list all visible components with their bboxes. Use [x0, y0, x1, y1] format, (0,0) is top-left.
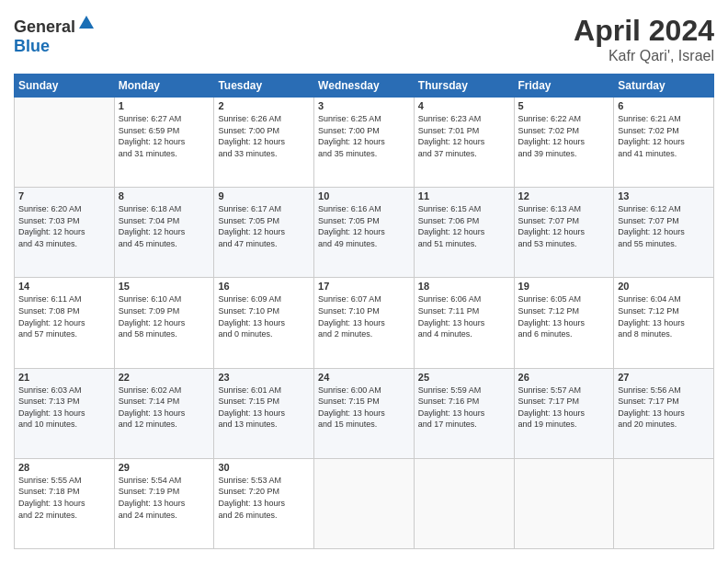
day-info: Sunrise: 6:09 AM Sunset: 7:10 PM Dayligh…: [218, 293, 310, 339]
page-header: General Blue April 2024 Kafr Qari', Isra…: [14, 14, 714, 64]
calendar-day-cell: 8Sunrise: 6:18 AM Sunset: 7:04 PM Daylig…: [114, 188, 214, 278]
day-info: Sunrise: 5:57 AM Sunset: 7:17 PM Dayligh…: [518, 385, 610, 431]
day-number: 27: [618, 372, 710, 383]
calendar-day-cell: 21Sunrise: 6:03 AM Sunset: 7:13 PM Dayli…: [15, 368, 115, 458]
calendar-day-cell: 15Sunrise: 6:10 AM Sunset: 7:09 PM Dayli…: [114, 278, 214, 368]
weekday-header-cell: Thursday: [414, 75, 514, 98]
calendar-day-cell: 23Sunrise: 6:01 AM Sunset: 7:15 PM Dayli…: [214, 368, 314, 458]
location-title: Kafr Qari', Israel: [574, 48, 714, 64]
day-info: Sunrise: 6:25 AM Sunset: 7:00 PM Dayligh…: [318, 113, 410, 159]
weekday-header-row: SundayMondayTuesdayWednesdayThursdayFrid…: [15, 75, 714, 98]
day-info: Sunrise: 6:23 AM Sunset: 7:01 PM Dayligh…: [418, 113, 510, 159]
calendar-day-cell: 14Sunrise: 6:11 AM Sunset: 7:08 PM Dayli…: [15, 278, 115, 368]
day-info: Sunrise: 6:10 AM Sunset: 7:09 PM Dayligh…: [119, 293, 210, 339]
day-info: Sunrise: 6:04 AM Sunset: 7:12 PM Dayligh…: [618, 293, 710, 339]
day-number: 23: [218, 372, 310, 383]
day-info: Sunrise: 6:13 AM Sunset: 7:07 PM Dayligh…: [518, 203, 610, 249]
day-number: 16: [218, 281, 310, 292]
day-info: Sunrise: 6:16 AM Sunset: 7:05 PM Dayligh…: [318, 203, 410, 249]
weekday-header-cell: Wednesday: [314, 75, 415, 98]
day-number: 9: [218, 190, 310, 201]
day-info: Sunrise: 6:01 AM Sunset: 7:15 PM Dayligh…: [218, 385, 310, 431]
calendar-day-cell: 9Sunrise: 6:17 AM Sunset: 7:05 PM Daylig…: [214, 188, 314, 278]
day-number: 3: [318, 100, 410, 111]
day-info: Sunrise: 6:26 AM Sunset: 7:00 PM Dayligh…: [218, 113, 310, 159]
calendar-day-cell: 18Sunrise: 6:06 AM Sunset: 7:11 PM Dayli…: [414, 278, 514, 368]
day-info: Sunrise: 6:02 AM Sunset: 7:14 PM Dayligh…: [119, 385, 210, 431]
weekday-header-cell: Tuesday: [214, 75, 314, 98]
calendar-week-row: 28Sunrise: 5:55 AM Sunset: 7:18 PM Dayli…: [15, 458, 714, 548]
calendar-day-cell: 3Sunrise: 6:25 AM Sunset: 7:00 PM Daylig…: [314, 98, 415, 188]
day-number: 19: [518, 281, 610, 292]
day-number: 20: [618, 281, 710, 292]
day-info: Sunrise: 6:15 AM Sunset: 7:06 PM Dayligh…: [418, 203, 510, 249]
calendar-day-cell: [614, 458, 714, 548]
day-number: 28: [18, 462, 110, 473]
day-number: 26: [518, 372, 610, 383]
calendar-week-row: 1Sunrise: 6:27 AM Sunset: 6:59 PM Daylig…: [15, 98, 714, 188]
calendar-day-cell: [414, 458, 514, 548]
day-number: 6: [618, 100, 710, 111]
day-number: 22: [119, 372, 210, 383]
day-info: Sunrise: 6:22 AM Sunset: 7:02 PM Dayligh…: [518, 113, 610, 159]
calendar-week-row: 21Sunrise: 6:03 AM Sunset: 7:13 PM Dayli…: [15, 368, 714, 458]
day-info: Sunrise: 6:12 AM Sunset: 7:07 PM Dayligh…: [618, 203, 710, 249]
day-info: Sunrise: 6:21 AM Sunset: 7:02 PM Dayligh…: [618, 113, 710, 159]
calendar-day-cell: [314, 458, 415, 548]
day-number: 25: [418, 372, 510, 383]
day-info: Sunrise: 5:54 AM Sunset: 7:19 PM Dayligh…: [119, 475, 210, 521]
logo-text: General Blue: [14, 14, 96, 56]
day-number: 8: [119, 190, 210, 201]
day-number: 2: [218, 100, 310, 111]
day-number: 7: [18, 190, 110, 201]
day-number: 29: [119, 462, 210, 473]
day-number: 14: [18, 281, 110, 292]
day-number: 15: [119, 281, 210, 292]
day-info: Sunrise: 6:06 AM Sunset: 7:11 PM Dayligh…: [418, 293, 510, 339]
calendar-day-cell: 27Sunrise: 5:56 AM Sunset: 7:17 PM Dayli…: [614, 368, 714, 458]
calendar-week-row: 14Sunrise: 6:11 AM Sunset: 7:08 PM Dayli…: [15, 278, 714, 368]
calendar-day-cell: [15, 98, 115, 188]
calendar-day-cell: 7Sunrise: 6:20 AM Sunset: 7:03 PM Daylig…: [15, 188, 115, 278]
calendar-day-cell: 24Sunrise: 6:00 AM Sunset: 7:15 PM Dayli…: [314, 368, 415, 458]
day-info: Sunrise: 6:17 AM Sunset: 7:05 PM Dayligh…: [218, 203, 310, 249]
calendar-day-cell: 20Sunrise: 6:04 AM Sunset: 7:12 PM Dayli…: [614, 278, 714, 368]
month-title: April 2024: [574, 14, 714, 48]
calendar-day-cell: [514, 458, 614, 548]
calendar-day-cell: 25Sunrise: 5:59 AM Sunset: 7:16 PM Dayli…: [414, 368, 514, 458]
calendar-week-row: 7Sunrise: 6:20 AM Sunset: 7:03 PM Daylig…: [15, 188, 714, 278]
calendar-day-cell: 6Sunrise: 6:21 AM Sunset: 7:02 PM Daylig…: [614, 98, 714, 188]
day-info: Sunrise: 5:56 AM Sunset: 7:17 PM Dayligh…: [618, 385, 710, 431]
day-info: Sunrise: 6:20 AM Sunset: 7:03 PM Dayligh…: [18, 203, 110, 249]
svg-marker-0: [79, 16, 94, 29]
calendar-day-cell: 29Sunrise: 5:54 AM Sunset: 7:19 PM Dayli…: [114, 458, 214, 548]
weekday-header-cell: Friday: [514, 75, 614, 98]
day-info: Sunrise: 6:07 AM Sunset: 7:10 PM Dayligh…: [318, 293, 410, 339]
calendar-day-cell: 16Sunrise: 6:09 AM Sunset: 7:10 PM Dayli…: [214, 278, 314, 368]
weekday-header-cell: Monday: [114, 75, 214, 98]
logo-general: General: [14, 17, 75, 36]
calendar-day-cell: 4Sunrise: 6:23 AM Sunset: 7:01 PM Daylig…: [414, 98, 514, 188]
calendar-day-cell: 5Sunrise: 6:22 AM Sunset: 7:02 PM Daylig…: [514, 98, 614, 188]
weekday-header-cell: Sunday: [15, 75, 115, 98]
day-number: 21: [18, 372, 110, 383]
day-number: 30: [218, 462, 310, 473]
calendar-day-cell: 22Sunrise: 6:02 AM Sunset: 7:14 PM Dayli…: [114, 368, 214, 458]
day-number: 10: [318, 190, 410, 201]
calendar-day-cell: 12Sunrise: 6:13 AM Sunset: 7:07 PM Dayli…: [514, 188, 614, 278]
calendar-day-cell: 17Sunrise: 6:07 AM Sunset: 7:10 PM Dayli…: [314, 278, 415, 368]
calendar-day-cell: 28Sunrise: 5:55 AM Sunset: 7:18 PM Dayli…: [15, 458, 115, 548]
calendar-day-cell: 26Sunrise: 5:57 AM Sunset: 7:17 PM Dayli…: [514, 368, 614, 458]
day-number: 11: [418, 190, 510, 201]
day-info: Sunrise: 5:59 AM Sunset: 7:16 PM Dayligh…: [418, 385, 510, 431]
weekday-header-cell: Saturday: [614, 75, 714, 98]
logo: General Blue: [14, 14, 96, 56]
calendar-day-cell: 30Sunrise: 5:53 AM Sunset: 7:20 PM Dayli…: [214, 458, 314, 548]
calendar-table: SundayMondayTuesdayWednesdayThursdayFrid…: [14, 74, 714, 549]
logo-icon: [77, 14, 96, 32]
title-block: April 2024 Kafr Qari', Israel: [574, 14, 714, 64]
calendar-day-cell: 19Sunrise: 6:05 AM Sunset: 7:12 PM Dayli…: [514, 278, 614, 368]
day-number: 13: [618, 190, 710, 201]
day-info: Sunrise: 6:11 AM Sunset: 7:08 PM Dayligh…: [18, 293, 110, 339]
calendar-day-cell: 2Sunrise: 6:26 AM Sunset: 7:00 PM Daylig…: [214, 98, 314, 188]
